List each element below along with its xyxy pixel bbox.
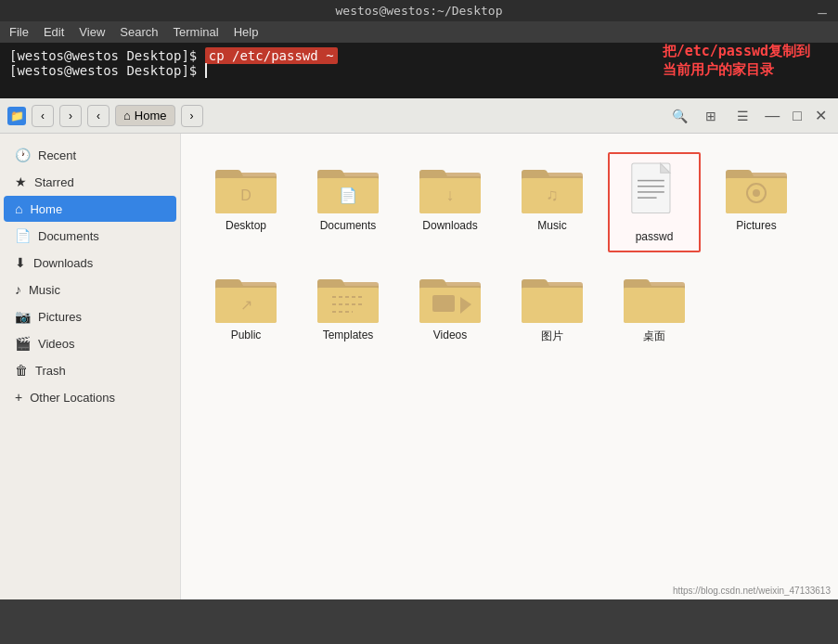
home-label: Home xyxy=(135,109,167,122)
svg-text:↗: ↗ xyxy=(240,297,252,313)
terminal-command: cp /etc/passwd ~ xyxy=(205,47,338,64)
view-toggle-button[interactable]: ⊞ xyxy=(698,103,724,129)
svg-rect-37 xyxy=(624,288,685,323)
terminal-titlebar: westos@westos:~/Desktop — xyxy=(0,0,838,21)
sidebar-label-documents: Documents xyxy=(38,229,99,243)
trash-icon: 🗑 xyxy=(15,363,28,378)
folder-desktop2[interactable]: 桌面 xyxy=(608,262,701,352)
menu-search[interactable]: Search xyxy=(120,25,158,39)
folder-desktop[interactable]: D Desktop xyxy=(200,152,292,252)
menu-edit[interactable]: Edit xyxy=(44,25,64,39)
terminal-menu: File Edit View Search Terminal Help xyxy=(0,21,838,43)
desktop2-folder-icon xyxy=(622,269,687,325)
image1-folder-icon xyxy=(520,269,585,325)
desktop2-folder-label: 桌面 xyxy=(643,328,665,344)
templates-folder-icon xyxy=(316,269,380,325)
sidebar-label-trash: Trash xyxy=(35,364,66,378)
pictures-folder-icon xyxy=(724,160,789,215)
svg-rect-35 xyxy=(522,288,583,323)
terminal-title: westos@westos:~/Desktop xyxy=(335,4,502,18)
fm-app-icon: 📁 xyxy=(7,107,26,125)
other-locations-icon: + xyxy=(15,390,22,405)
sidebar-label-starred: Starred xyxy=(34,175,74,189)
minimize-button[interactable]: — xyxy=(761,108,783,124)
sidebar-item-recent[interactable]: 🕐 Recent xyxy=(4,142,176,168)
starred-icon: ★ xyxy=(15,174,27,189)
folder-videos[interactable]: Videos xyxy=(404,262,496,352)
fm-body: 🕐 Recent ★ Starred ⌂ Home 📄 Documents ⬇ xyxy=(0,134,838,599)
folder-templates[interactable]: Templates xyxy=(302,262,394,352)
videos-icon: 🎬 xyxy=(15,336,31,351)
videos-folder-label: Videos xyxy=(433,328,467,341)
file-passwd[interactable]: passwd xyxy=(608,152,701,252)
parent-button[interactable]: ‹ xyxy=(87,105,110,127)
image1-folder-label: 图片 xyxy=(541,328,563,344)
location-home-button[interactable]: ⌂ Home xyxy=(115,105,175,126)
public-folder-icon: ↗ xyxy=(213,269,278,325)
search-button[interactable]: 🔍 xyxy=(666,103,692,129)
sidebar-label-recent: Recent xyxy=(38,148,76,162)
home-icon: ⌂ xyxy=(123,109,131,122)
documents-folder-icon: 📄 xyxy=(316,160,380,215)
documents-folder-label: Documents xyxy=(320,219,377,232)
watermark-text: https://blog.csdn.net/weixin_47133613 xyxy=(673,586,831,596)
pictures-folder-label: Pictures xyxy=(736,219,776,232)
menu-file[interactable]: File xyxy=(9,25,29,39)
svg-text:D: D xyxy=(240,187,251,203)
svg-text:📄: 📄 xyxy=(339,187,357,204)
svg-text:↓: ↓ xyxy=(446,186,455,204)
sidebar-label-downloads: Downloads xyxy=(33,256,93,270)
terminal-close-btn[interactable]: — xyxy=(818,4,827,21)
sidebar-label-home: Home xyxy=(30,202,62,216)
desktop-folder-icon: D xyxy=(213,160,278,215)
folder-pictures[interactable]: Pictures xyxy=(710,152,803,252)
passwd-label: passwd xyxy=(636,230,674,243)
file-manager: 📁 ‹ › ‹ ⌂ Home › 🔍 ⊞ ☰ — □ ✕ 🕐 Recent xyxy=(0,98,838,599)
location-forward-btn[interactable]: › xyxy=(181,105,203,127)
public-folder-label: Public xyxy=(231,328,262,341)
menu-help[interactable]: Help xyxy=(234,25,259,39)
music-folder-label: Music xyxy=(537,219,566,232)
fm-main-area: D Desktop 📄 Documents xyxy=(181,134,838,599)
folder-image1[interactable]: 图片 xyxy=(506,262,599,352)
svg-point-21 xyxy=(753,189,760,197)
sidebar-item-music[interactable]: ♪ Music xyxy=(4,277,176,303)
menu-button[interactable]: ☰ xyxy=(729,103,755,129)
terminal-annotation: 把/etc/passwd复制到 当前用户的家目录 xyxy=(663,43,810,79)
pictures-icon: 📷 xyxy=(15,309,31,324)
folder-music[interactable]: ♫ Music xyxy=(506,152,599,252)
downloads-folder-label: Downloads xyxy=(422,219,477,232)
music-folder-icon: ♫ xyxy=(520,160,585,215)
back-button[interactable]: ‹ xyxy=(32,105,54,127)
forward-button[interactable]: › xyxy=(59,105,82,127)
menu-view[interactable]: View xyxy=(79,25,105,39)
sidebar-item-videos[interactable]: 🎬 Videos xyxy=(4,330,176,356)
documents-icon: 📄 xyxy=(15,228,31,243)
menu-terminal[interactable]: Terminal xyxy=(174,25,219,39)
home-sidebar-icon: ⌂ xyxy=(15,201,22,216)
folder-downloads[interactable]: ↓ Downloads xyxy=(404,152,496,252)
folder-public[interactable]: ↗ Public xyxy=(200,262,292,352)
sidebar-label-other-locations: Other Locations xyxy=(30,391,115,405)
maximize-button[interactable]: □ xyxy=(789,108,806,124)
desktop-label: Desktop xyxy=(226,219,266,232)
sidebar-item-trash[interactable]: 🗑 Trash xyxy=(4,357,176,383)
sidebar-item-home[interactable]: ⌂ Home xyxy=(4,196,176,222)
svg-rect-32 xyxy=(432,295,455,312)
sidebar-item-other-locations[interactable]: + Other Locations xyxy=(4,384,176,410)
terminal-content: [westos@westos Desktop]$ cp /etc/passwd … xyxy=(0,43,838,98)
sidebar-label-pictures: Pictures xyxy=(38,310,82,324)
music-icon: ♪ xyxy=(15,282,21,297)
sidebar-label-music: Music xyxy=(29,283,60,297)
sidebar-item-documents[interactable]: 📄 Documents xyxy=(4,223,176,249)
folder-documents[interactable]: 📄 Documents xyxy=(302,152,394,252)
sidebar-item-downloads[interactable]: ⬇ Downloads xyxy=(4,250,176,276)
sidebar-item-starred[interactable]: ★ Starred xyxy=(4,169,176,195)
annotation-line1: 把/etc/passwd复制到 xyxy=(663,43,810,61)
passwd-file-icon xyxy=(626,161,682,226)
templates-folder-label: Templates xyxy=(323,328,374,341)
sidebar-item-pictures[interactable]: 📷 Pictures xyxy=(4,303,176,329)
videos-folder-icon xyxy=(418,269,483,325)
close-button[interactable]: ✕ xyxy=(811,107,831,124)
svg-text:♫: ♫ xyxy=(546,186,559,204)
